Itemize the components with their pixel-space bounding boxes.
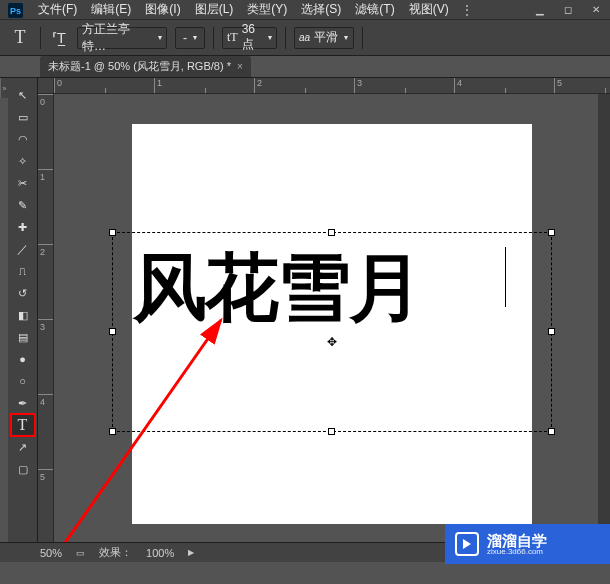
options-bar: T ⸢T̲ 方正兰亭特… ▾ - ▾ tT 36 点 ▾ aa 平滑 ▾ bbox=[0, 20, 610, 56]
marquee-tool[interactable]: ▭ bbox=[11, 106, 35, 128]
canvas-page[interactable]: 风花雪月 ✥ bbox=[132, 124, 532, 524]
text-layer-content[interactable]: 风花雪月 bbox=[133, 239, 421, 339]
chevron-right-icon[interactable]: ▶ bbox=[188, 548, 194, 557]
workspace: » ↖▭◠✧✂✎✚／⎍↺◧▤●○✒T↗▢ 012345 0123456 风花雪月… bbox=[0, 78, 610, 542]
menu-view[interactable]: 视图(V) bbox=[403, 0, 455, 20]
crop-tool[interactable]: ✂ bbox=[11, 172, 35, 194]
menu-filter[interactable]: 滤镜(T) bbox=[349, 0, 400, 20]
app-logo-text: Ps bbox=[10, 6, 21, 16]
ruler-v-tick: 3 bbox=[38, 319, 53, 394]
chevron-down-icon: ▾ bbox=[344, 33, 348, 42]
dodge-tool[interactable]: ○ bbox=[11, 370, 35, 392]
play-icon bbox=[455, 532, 479, 556]
zoom-level[interactable]: 50% bbox=[40, 547, 62, 559]
ruler-horizontal[interactable]: 012345 bbox=[54, 78, 610, 94]
ruler-v-tick: 0 bbox=[38, 94, 53, 169]
chevron-down-icon: ▾ bbox=[158, 33, 162, 42]
resize-handle-tl[interactable] bbox=[109, 229, 116, 236]
history-brush-tool[interactable]: ↺ bbox=[11, 282, 35, 304]
resize-handle-br[interactable] bbox=[548, 428, 555, 435]
ruler-h-tick: 3 bbox=[354, 78, 454, 93]
eraser-tool[interactable]: ◧ bbox=[11, 304, 35, 326]
brush-tool[interactable]: ／ bbox=[11, 238, 35, 260]
ruler-h-tick: 5 bbox=[554, 78, 610, 93]
resize-handle-bl[interactable] bbox=[109, 428, 116, 435]
app-logo: Ps bbox=[8, 3, 23, 18]
pen-tool[interactable]: ✒ bbox=[11, 392, 35, 414]
document-tab-title: 未标题-1 @ 50% (风花雪月, RGB/8) * bbox=[48, 59, 231, 74]
font-style-value: - bbox=[183, 31, 187, 45]
watermark-badge: 溜溜自学 zixue.3d66.com bbox=[445, 524, 610, 564]
resize-handle-ml[interactable] bbox=[109, 328, 116, 335]
menu-select[interactable]: 选择(S) bbox=[295, 0, 347, 20]
ruler-origin[interactable] bbox=[38, 78, 54, 94]
move-tool[interactable]: ↖ bbox=[11, 84, 35, 106]
separator bbox=[40, 27, 41, 49]
fx-label: 效果： bbox=[99, 545, 132, 560]
menu-layer[interactable]: 图层(L) bbox=[189, 0, 240, 20]
ruler-v-tick: 2 bbox=[38, 244, 53, 319]
antialias-value: 平滑 bbox=[314, 29, 338, 46]
canvas-viewport: 风花雪月 ✥ bbox=[54, 94, 610, 542]
separator bbox=[362, 27, 363, 49]
ruler-v-tick: 5 bbox=[38, 469, 53, 542]
tools-panel: ↖▭◠✧✂✎✚／⎍↺◧▤●○✒T↗▢ bbox=[8, 78, 38, 542]
chevron-down-icon: ▾ bbox=[268, 33, 272, 42]
resize-handle-tr[interactable] bbox=[548, 229, 555, 236]
lasso-tool[interactable]: ◠ bbox=[11, 128, 35, 150]
menu-image[interactable]: 图像(I) bbox=[139, 0, 186, 20]
separator bbox=[285, 27, 286, 49]
maximize-button[interactable]: ◻ bbox=[554, 0, 582, 20]
font-size-select[interactable]: tT 36 点 ▾ bbox=[222, 27, 277, 49]
ruler-v-tick: 1 bbox=[38, 169, 53, 244]
resize-handle-tm[interactable] bbox=[328, 229, 335, 236]
font-size-value: 36 点 bbox=[242, 22, 262, 53]
menu-bar: Ps 文件(F) 编辑(E) 图像(I) 图层(L) 类型(Y) 选择(S) 滤… bbox=[0, 0, 610, 20]
watermark-text: 溜溜自学 zixue.3d66.com bbox=[487, 533, 547, 556]
chevron-down-icon: ▾ bbox=[193, 33, 197, 42]
font-family-value: 方正兰亭特… bbox=[82, 21, 152, 55]
font-size-icon: tT bbox=[227, 30, 238, 45]
document-tab-bar: 未标题-1 @ 50% (风花雪月, RGB/8) * × bbox=[0, 56, 610, 78]
type-tool[interactable]: T bbox=[11, 414, 35, 436]
resize-handle-mr[interactable] bbox=[548, 328, 555, 335]
shape-tool[interactable]: ▢ bbox=[11, 458, 35, 480]
tool-preset-icon[interactable]: T bbox=[8, 26, 32, 50]
ruler-h-tick: 0 bbox=[54, 78, 154, 93]
menu-overflow[interactable]: ⋮ bbox=[457, 3, 477, 17]
stamp-tool[interactable]: ⎍ bbox=[11, 260, 35, 282]
menu-type[interactable]: 类型(Y) bbox=[241, 0, 293, 20]
menu-edit[interactable]: 编辑(E) bbox=[85, 0, 137, 20]
doc-info-icon[interactable]: ▭ bbox=[76, 548, 85, 558]
text-orientation-toggle[interactable]: ⸢T̲ bbox=[49, 28, 69, 48]
watermark-url: zixue.3d66.com bbox=[487, 548, 547, 556]
minimize-button[interactable]: ▁ bbox=[526, 0, 554, 20]
font-family-select[interactable]: 方正兰亭特… ▾ bbox=[77, 27, 167, 49]
blur-tool[interactable]: ● bbox=[11, 348, 35, 370]
font-style-select[interactable]: - ▾ bbox=[175, 27, 205, 49]
ruler-h-tick: 4 bbox=[454, 78, 554, 93]
eyedropper-tool[interactable]: ✎ bbox=[11, 194, 35, 216]
heal-tool[interactable]: ✚ bbox=[11, 216, 35, 238]
canvas-area[interactable]: 012345 0123456 风花雪月 ✥ bbox=[38, 78, 610, 542]
ruler-vertical[interactable]: 0123456 bbox=[38, 94, 54, 542]
path-tool[interactable]: ↗ bbox=[11, 436, 35, 458]
ruler-h-tick: 1 bbox=[154, 78, 254, 93]
close-button[interactable]: ✕ bbox=[582, 0, 610, 20]
text-cursor bbox=[505, 247, 506, 307]
gradient-tool[interactable]: ▤ bbox=[11, 326, 35, 348]
document-tab[interactable]: 未标题-1 @ 50% (风花雪月, RGB/8) * × bbox=[40, 56, 251, 77]
ruler-h-tick: 2 bbox=[254, 78, 354, 93]
fx-value: 100% bbox=[146, 547, 174, 559]
antialias-icon: aa bbox=[299, 32, 310, 43]
separator bbox=[213, 27, 214, 49]
rotation-anchor-icon[interactable]: ✥ bbox=[327, 335, 337, 349]
resize-handle-bm[interactable] bbox=[328, 428, 335, 435]
watermark-title: 溜溜自学 bbox=[487, 533, 547, 548]
close-icon[interactable]: × bbox=[237, 61, 243, 72]
toolbar-expander[interactable]: » bbox=[0, 78, 8, 98]
wand-tool[interactable]: ✧ bbox=[11, 150, 35, 172]
menu-file[interactable]: 文件(F) bbox=[32, 0, 83, 20]
text-bounding-box[interactable]: 风花雪月 ✥ bbox=[112, 232, 552, 432]
antialias-select[interactable]: aa 平滑 ▾ bbox=[294, 27, 354, 49]
